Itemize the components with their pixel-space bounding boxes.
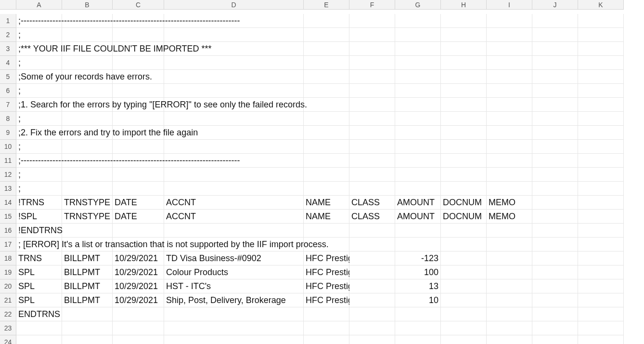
cell-E24[interactable] — [304, 335, 349, 344]
cell-J11[interactable] — [532, 154, 578, 168]
cell-F3[interactable] — [349, 42, 395, 56]
row-header-22[interactable]: 22 — [0, 307, 16, 321]
cell-D15[interactable]: ACCNT — [164, 210, 304, 224]
row-header-4[interactable]: 4 — [0, 56, 16, 70]
row-header-18[interactable]: 18 — [0, 251, 16, 265]
cell-C14[interactable]: DATE — [113, 196, 164, 210]
cell-A4[interactable]: ; — [16, 56, 62, 70]
cell-J13[interactable] — [532, 182, 578, 196]
row-header-3[interactable]: 3 — [0, 42, 16, 56]
cell-J22[interactable] — [532, 307, 578, 321]
cell-D11[interactable] — [164, 154, 304, 168]
cell-G8[interactable] — [395, 112, 441, 126]
cell-J9[interactable] — [532, 126, 578, 140]
cell-F7[interactable] — [349, 98, 395, 112]
cell-I17[interactable] — [487, 238, 532, 251]
cell-C21[interactable]: 10/29/2021 — [113, 293, 164, 307]
cell-K24[interactable] — [578, 335, 624, 344]
cell-F14[interactable]: CLASS — [349, 196, 395, 210]
cell-E20[interactable]: HFC Prestige — [304, 279, 349, 293]
cell-E13[interactable] — [304, 182, 349, 196]
cell-E12[interactable] — [304, 168, 349, 182]
row-header-23[interactable]: 23 — [0, 321, 16, 335]
cell-A3[interactable]: ;*** YOUR IIF FILE COULDN'T BE IMPORTED … — [16, 42, 62, 56]
cell-K6[interactable] — [578, 84, 624, 98]
cell-A1[interactable]: ;---------------------------------------… — [16, 14, 62, 28]
cell-C3[interactable] — [113, 42, 164, 56]
cell-G7[interactable] — [395, 98, 441, 112]
cell-J19[interactable] — [532, 265, 578, 279]
cell-F11[interactable] — [349, 154, 395, 168]
cell-I2[interactable] — [487, 28, 532, 42]
cell-I18[interactable] — [487, 251, 532, 265]
cell-B15[interactable]: TRNSTYPE — [62, 210, 113, 224]
cell-K9[interactable] — [578, 126, 624, 140]
cell-I13[interactable] — [487, 182, 532, 196]
cell-J20[interactable] — [532, 279, 578, 293]
cell-D22[interactable] — [164, 307, 304, 321]
cell-F4[interactable] — [349, 56, 395, 70]
cell-J6[interactable] — [532, 84, 578, 98]
cell-F1[interactable] — [349, 14, 395, 28]
cell-B8[interactable] — [62, 112, 113, 126]
cell-J15[interactable] — [532, 210, 578, 224]
cell-C4[interactable] — [113, 56, 164, 70]
cell-I19[interactable] — [487, 265, 532, 279]
cell-J17[interactable] — [532, 238, 578, 251]
cell-K8[interactable] — [578, 112, 624, 126]
cell-C9[interactable] — [113, 126, 164, 140]
cell-H6[interactable] — [441, 84, 487, 98]
cell-H17[interactable] — [441, 238, 487, 251]
cell-F20[interactable] — [349, 279, 395, 293]
cell-H21[interactable] — [441, 293, 487, 307]
cell-E5[interactable] — [304, 70, 349, 84]
cell-A13[interactable]: ; — [16, 182, 62, 196]
column-header-E[interactable]: E — [304, 0, 349, 10]
cell-F18[interactable] — [349, 251, 395, 265]
cell-J18[interactable] — [532, 251, 578, 265]
cell-B12[interactable] — [62, 168, 113, 182]
select-all-corner[interactable] — [0, 0, 16, 10]
cell-D20[interactable]: HST - ITC's — [164, 279, 304, 293]
cell-G11[interactable] — [395, 154, 441, 168]
cell-F12[interactable] — [349, 168, 395, 182]
row-header-11[interactable]: 11 — [0, 154, 16, 168]
cell-H7[interactable] — [441, 98, 487, 112]
cell-B23[interactable] — [62, 321, 113, 335]
cell-G9[interactable] — [395, 126, 441, 140]
cell-E17[interactable] — [304, 238, 349, 251]
cell-J21[interactable] — [532, 293, 578, 307]
column-header-H[interactable]: H — [441, 0, 487, 10]
cell-H19[interactable] — [441, 265, 487, 279]
cell-F6[interactable] — [349, 84, 395, 98]
cell-H5[interactable] — [441, 70, 487, 84]
cell-D24[interactable] — [164, 335, 304, 344]
cell-A24[interactable] — [16, 335, 62, 344]
cell-E9[interactable] — [304, 126, 349, 140]
cell-D12[interactable] — [164, 168, 304, 182]
cell-I5[interactable] — [487, 70, 532, 84]
cell-G13[interactable] — [395, 182, 441, 196]
cell-B14[interactable]: TRNSTYPE — [62, 196, 113, 210]
cell-G5[interactable] — [395, 70, 441, 84]
cell-G2[interactable] — [395, 28, 441, 42]
cell-C5[interactable] — [113, 70, 164, 84]
cell-K2[interactable] — [578, 28, 624, 42]
cell-A8[interactable]: ; — [16, 112, 62, 126]
cell-J23[interactable] — [532, 321, 578, 335]
cell-B5[interactable] — [62, 70, 113, 84]
cell-G23[interactable] — [395, 321, 441, 335]
cell-H23[interactable] — [441, 321, 487, 335]
cell-C15[interactable]: DATE — [113, 210, 164, 224]
row-header-10[interactable]: 10 — [0, 140, 16, 154]
cell-G1[interactable] — [395, 14, 441, 28]
cell-D8[interactable] — [164, 112, 304, 126]
column-header-F[interactable]: F — [349, 0, 395, 10]
cell-J1[interactable] — [532, 14, 578, 28]
cell-I1[interactable] — [487, 14, 532, 28]
cell-F19[interactable] — [349, 265, 395, 279]
row-header-21[interactable]: 21 — [0, 293, 16, 307]
cell-D1[interactable] — [164, 14, 304, 28]
cell-H22[interactable] — [441, 307, 487, 321]
cell-B24[interactable] — [62, 335, 113, 344]
